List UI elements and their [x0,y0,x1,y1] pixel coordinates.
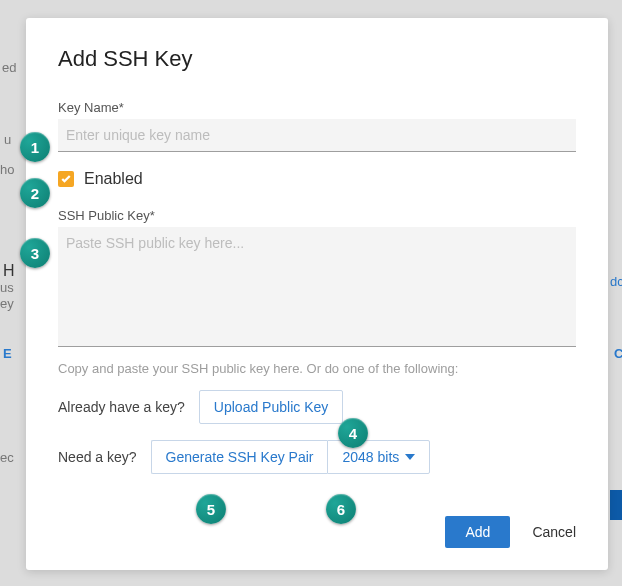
ghost-text: ec [0,450,14,465]
annotation-badge-6: 6 [326,494,356,524]
ghost-text: us [0,280,14,295]
public-key-textarea[interactable] [58,227,576,347]
modal-title: Add SSH Key [58,46,576,72]
need-key-label: Need a key? [58,449,137,465]
label-text: Key Name [58,100,119,115]
ghost-text: dc [610,274,622,289]
ghost-text: ed [2,60,16,75]
modal-footer: Add Cancel [445,516,576,548]
label-text: SSH Public Key [58,208,150,223]
add-button[interactable]: Add [445,516,510,548]
key-bits-value: 2048 bits [342,449,399,465]
ghost-block [610,490,622,520]
generate-group: Generate SSH Key Pair 2048 bits [151,440,431,474]
required-mark: * [119,100,124,115]
upload-public-key-button[interactable]: Upload Public Key [199,390,343,424]
ghost-text: u [4,132,11,147]
public-key-label: SSH Public Key* [58,208,576,223]
chevron-down-icon [405,454,415,460]
enabled-checkbox[interactable] [58,171,74,187]
annotation-badge-4: 4 [338,418,368,448]
ghost-text: H [3,262,15,280]
cancel-button[interactable]: Cancel [532,524,576,540]
annotation-badge-5: 5 [196,494,226,524]
add-ssh-key-modal: Add SSH Key Key Name* Enabled SSH Public… [26,18,608,570]
ghost-text: C [614,346,622,361]
annotation-badge-2: 2 [20,178,50,208]
key-bits-select[interactable]: 2048 bits [327,440,430,474]
already-have-label: Already have a key? [58,399,185,415]
enabled-label: Enabled [84,170,143,188]
generate-ssh-key-button[interactable]: Generate SSH Key Pair [151,440,328,474]
annotation-badge-3: 3 [20,238,50,268]
public-key-hint: Copy and paste your SSH public key here.… [58,361,576,376]
annotation-badge-1: 1 [20,132,50,162]
ghost-text: ey [0,296,14,311]
ghost-text: E [3,346,12,361]
ghost-text: ho [0,162,14,177]
key-name-label: Key Name* [58,100,576,115]
required-mark: * [150,208,155,223]
key-name-input[interactable] [58,119,576,152]
check-icon [60,173,72,185]
